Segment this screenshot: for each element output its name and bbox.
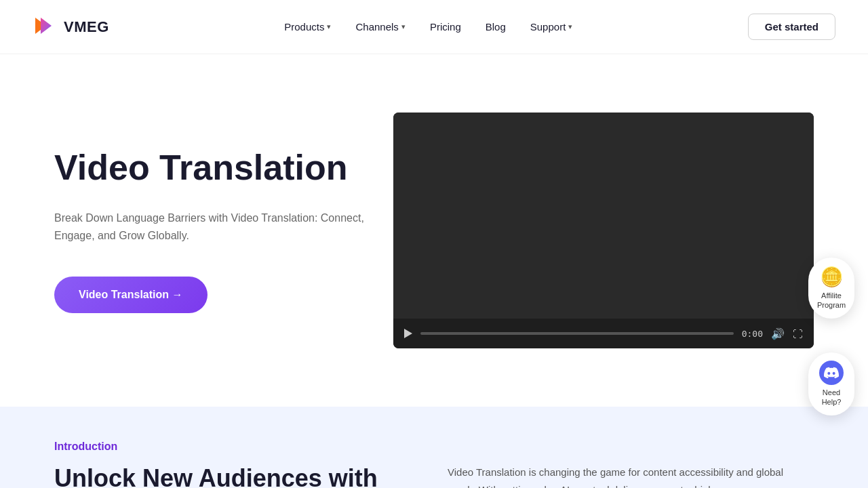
get-started-button[interactable]: Get started (748, 14, 835, 40)
affiliate-label: Affilite Program (814, 291, 849, 310)
hero-left: Video Translation Break Down Language Ba… (54, 148, 366, 314)
video-time: 0:00 (742, 329, 763, 339)
video-controls-bar: 0:00 🔊 ⛶ (393, 319, 814, 348)
chevron-down-icon: ▾ (327, 22, 331, 31)
fullscreen-icon[interactable]: ⛶ (793, 328, 803, 340)
coin-icon: 🪙 (820, 266, 844, 288)
hero-title: Video Translation (54, 148, 366, 188)
nav-item-support[interactable]: Support ▾ (530, 21, 573, 33)
hero-description: Break Down Language Barriers with Video … (54, 209, 366, 244)
bottom-left: Unlock New Audiences with Video (54, 464, 393, 488)
nav-link-support[interactable]: Support ▾ (530, 21, 573, 33)
nav-item-products[interactable]: Products ▾ (284, 21, 331, 33)
affiliate-widget[interactable]: 🪙 Affilite Program (808, 258, 854, 319)
bottom-grid: Unlock New Audiences with Video Video Tr… (54, 464, 814, 488)
nav-link-blog[interactable]: Blog (486, 21, 506, 33)
nav-link-channels[interactable]: Channels ▾ (355, 21, 405, 33)
nav-item-channels[interactable]: Channels ▾ (355, 21, 405, 33)
nav-links: Products ▾ Channels ▾ Pricing Blog Suppo… (284, 21, 572, 33)
bottom-section: Introduction Unlock New Audiences with V… (0, 407, 868, 488)
video-content-area (393, 113, 814, 319)
chevron-down-icon: ▾ (568, 22, 572, 31)
play-button[interactable] (404, 329, 412, 338)
nav-item-pricing[interactable]: Pricing (430, 21, 461, 33)
hero-section: Video Translation Break Down Language Ba… (0, 54, 868, 407)
logo[interactable]: VMEG (33, 15, 109, 39)
bottom-description: Video Translation is changing the game f… (448, 464, 814, 488)
discord-widget[interactable]: Need Help? (808, 352, 854, 415)
video-player[interactable]: 0:00 🔊 ⛶ (393, 113, 814, 349)
discord-icon (819, 361, 844, 385)
svg-marker-1 (41, 18, 52, 34)
logo-text: VMEG (64, 18, 109, 36)
nav-link-products[interactable]: Products ▾ (284, 21, 331, 33)
nav-link-pricing[interactable]: Pricing (430, 21, 461, 33)
hero-right: 0:00 🔊 ⛶ (393, 113, 814, 349)
bottom-right: Video Translation is changing the game f… (448, 464, 814, 488)
intro-label: Introduction (54, 441, 814, 453)
chevron-down-icon: ▾ (401, 22, 406, 31)
nav-item-blog[interactable]: Blog (486, 21, 506, 33)
bottom-title: Unlock New Audiences with Video (54, 464, 393, 488)
video-progress-bar[interactable] (420, 332, 734, 335)
discord-label: Need Help? (814, 388, 849, 407)
navbar: VMEG Products ▾ Channels ▾ Pricing Blog (0, 0, 868, 54)
logo-icon (33, 15, 57, 39)
hero-cta-button[interactable]: Video Translation → (54, 277, 208, 313)
volume-icon[interactable]: 🔊 (771, 327, 785, 340)
